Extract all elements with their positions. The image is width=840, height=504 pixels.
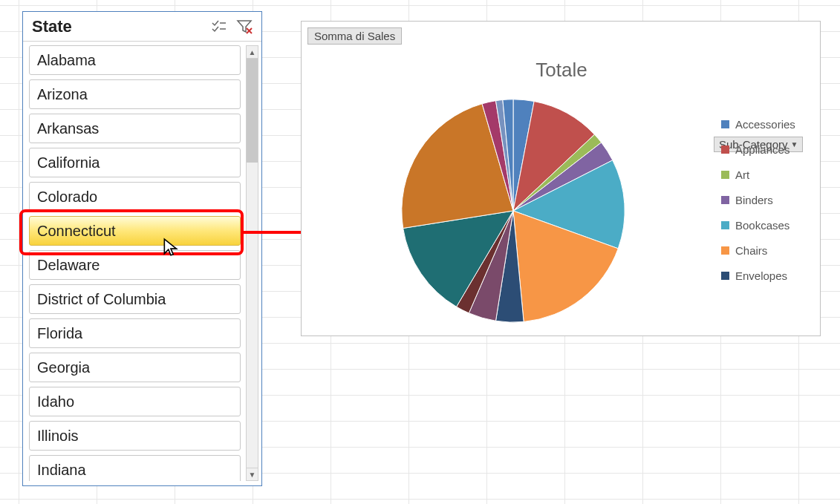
legend-label: Appliances bbox=[735, 143, 789, 156]
slicer-item[interactable]: Alabama bbox=[29, 45, 241, 75]
legend-swatch bbox=[721, 246, 729, 255]
legend-item: Appliances bbox=[721, 140, 825, 159]
slicer-item[interactable]: Idaho bbox=[29, 387, 241, 416]
legend-label: Binders bbox=[735, 194, 773, 206]
legend-label: Art bbox=[735, 168, 749, 181]
slicer-item-list: AlabamaArizonaArkansasCaliforniaColorado… bbox=[29, 45, 244, 481]
legend-item: Chairs bbox=[721, 240, 825, 260]
legend-swatch bbox=[721, 221, 729, 229]
legend-item: Envelopes bbox=[721, 266, 825, 285]
legend-swatch bbox=[721, 145, 729, 154]
scroll-down-arrow[interactable]: ▼ bbox=[247, 468, 258, 480]
slicer-item[interactable]: Georgia bbox=[29, 353, 241, 382]
slicer-item[interactable]: Indiana bbox=[29, 455, 241, 481]
slicer-item[interactable]: Colorado bbox=[29, 182, 241, 212]
legend-label: Accessories bbox=[735, 118, 795, 131]
legend-label: Chairs bbox=[735, 244, 767, 257]
slicer-item[interactable]: District of Columbia bbox=[29, 284, 241, 314]
legend-item: Bookcases bbox=[721, 215, 825, 235]
legend-label: Bookcases bbox=[735, 219, 789, 232]
pie-chart bbox=[398, 96, 628, 326]
slicer-item[interactable]: Illinois bbox=[29, 421, 241, 451]
slicer-item[interactable]: California bbox=[29, 148, 241, 177]
legend-swatch bbox=[721, 171, 729, 179]
multi-select-icon[interactable] bbox=[209, 17, 229, 36]
slicer-scrollbar[interactable]: ▲ ▼ bbox=[246, 45, 258, 481]
slicer-title: State bbox=[32, 17, 204, 36]
state-slicer: State AlabamaArizonaArkansasCaliforniaCo… bbox=[22, 11, 262, 486]
scroll-thumb[interactable] bbox=[247, 59, 258, 163]
clear-filter-icon[interactable] bbox=[235, 17, 254, 36]
legend-item: Binders bbox=[721, 190, 825, 209]
legend-swatch bbox=[721, 272, 729, 280]
legend-swatch bbox=[721, 120, 729, 128]
slicer-header: State bbox=[23, 12, 261, 42]
slicer-item[interactable]: Arizona bbox=[29, 79, 241, 109]
legend: AccessoriesAppliancesArtBindersBookcases… bbox=[721, 114, 825, 291]
values-field-button[interactable]: Somma di Sales bbox=[307, 27, 402, 45]
slicer-item[interactable]: Arkansas bbox=[29, 114, 241, 143]
legend-swatch bbox=[721, 196, 729, 204]
legend-item: Art bbox=[721, 165, 825, 184]
legend-item: Accessories bbox=[721, 114, 825, 134]
slicer-item[interactable]: Delaware bbox=[29, 250, 241, 280]
slicer-item[interactable]: Florida bbox=[29, 318, 241, 348]
slicer-item[interactable]: Connecticut bbox=[29, 216, 241, 246]
pivot-chart: Somma di Sales Totale Sub-Category ▼ Acc… bbox=[301, 21, 821, 336]
chart-title: Totale bbox=[302, 59, 821, 82]
legend-label: Envelopes bbox=[735, 269, 787, 282]
scroll-up-arrow[interactable]: ▲ bbox=[247, 46, 258, 59]
